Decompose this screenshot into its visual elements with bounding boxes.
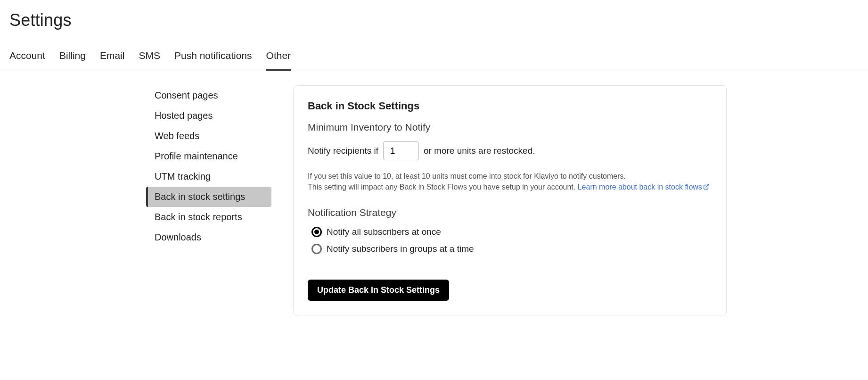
min-inventory-prefix: Notify recipients if: [308, 146, 378, 156]
tab-sms[interactable]: SMS: [139, 43, 160, 71]
tab-email[interactable]: Email: [100, 43, 125, 71]
tab-account[interactable]: Account: [9, 43, 45, 71]
strategy-option-label: Notify all subscribers at once: [327, 227, 441, 237]
learn-more-link[interactable]: Learn more about back in stock flows: [578, 183, 710, 191]
sidebar-item-utm-tracking[interactable]: UTM tracking: [146, 166, 271, 187]
min-inventory-help: If you set this value to 10, at least 10…: [308, 171, 712, 193]
panel-title: Back in Stock Settings: [308, 100, 712, 112]
learn-more-link-text: Learn more about back in stock flows: [578, 183, 702, 191]
back-in-stock-panel: Back in Stock Settings Minimum Inventory…: [293, 85, 727, 315]
min-inventory-row: Notify recipients if or more units are r…: [308, 141, 712, 160]
sidebar-item-downloads[interactable]: Downloads: [146, 227, 271, 248]
min-inventory-heading: Minimum Inventory to Notify: [308, 122, 712, 133]
sidebar-item-back-in-stock-settings[interactable]: Back in stock settings: [146, 187, 271, 207]
strategy-option-label: Notify subscribers in groups at a time: [327, 244, 474, 254]
svg-line-0: [706, 184, 709, 187]
min-inventory-input[interactable]: [383, 141, 419, 160]
strategy-radio-group: Notify all subscribers at once Notify su…: [308, 227, 712, 254]
settings-sidebar: Consent pages Hosted pages Web feeds Pro…: [146, 85, 271, 248]
sidebar-item-profile-maintenance[interactable]: Profile maintenance: [146, 146, 271, 166]
tab-billing[interactable]: Billing: [59, 43, 86, 71]
sidebar-item-hosted-pages[interactable]: Hosted pages: [146, 106, 271, 126]
strategy-option-all-at-once[interactable]: Notify all subscribers at once: [311, 227, 712, 237]
update-back-in-stock-button[interactable]: Update Back In Stock Settings: [308, 280, 449, 301]
min-inventory-suffix: or more units are restocked.: [424, 146, 535, 156]
strategy-heading: Notification Strategy: [308, 207, 712, 218]
external-link-icon: [703, 182, 710, 193]
settings-tabs: Account Billing Email SMS Push notificat…: [0, 43, 868, 71]
page-title: Settings: [0, 0, 868, 35]
content-wrap: Consent pages Hosted pages Web feeds Pro…: [0, 71, 868, 334]
help-line-1: If you set this value to 10, at least 10…: [308, 172, 626, 180]
sidebar-item-back-in-stock-reports[interactable]: Back in stock reports: [146, 207, 271, 227]
strategy-option-groups[interactable]: Notify subscribers in groups at a time: [311, 244, 712, 254]
tab-push-notifications[interactable]: Push notifications: [174, 43, 252, 71]
tab-other[interactable]: Other: [266, 43, 291, 71]
sidebar-item-consent-pages[interactable]: Consent pages: [146, 85, 271, 106]
sidebar-item-web-feeds[interactable]: Web feeds: [146, 126, 271, 146]
radio-icon: [311, 244, 322, 254]
radio-icon: [311, 227, 322, 237]
help-line-2-prefix: This setting will impact any Back in Sto…: [308, 183, 578, 191]
